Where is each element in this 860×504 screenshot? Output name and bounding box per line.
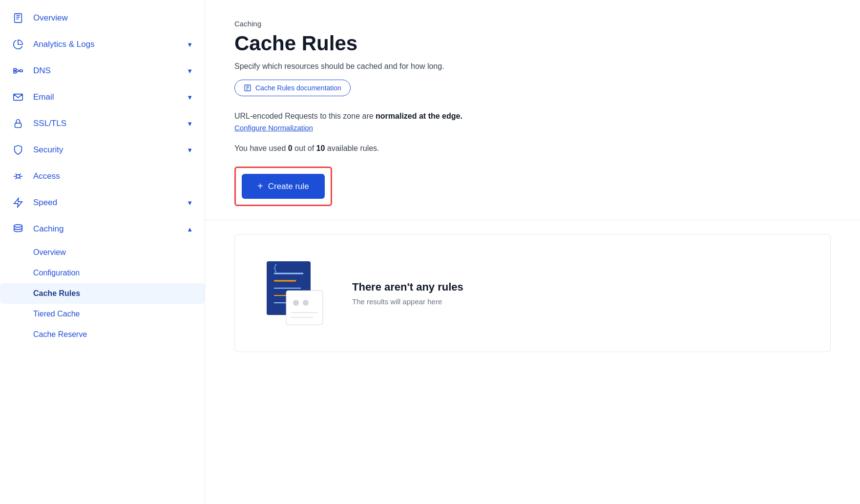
shield-icon: [12, 144, 24, 156]
chart-icon: [12, 38, 24, 51]
configure-normalization-link[interactable]: Configure Normalization: [234, 124, 313, 132]
sidebar-item-email-label: Email: [33, 92, 178, 102]
normalization-text-prefix: URL-encoded Requests to this zone are: [234, 112, 376, 120]
sidebar-item-security-label: Security: [33, 145, 178, 155]
sidebar-item-access-label: Access: [33, 171, 193, 181]
sidebar: Overview Analytics & Logs ▼ DNS ▼: [0, 0, 205, 504]
rules-count-used: 0: [288, 144, 293, 152]
sidebar-item-overview-label: Overview: [33, 13, 193, 23]
caching-icon: [12, 223, 24, 235]
sidebar-item-analytics-label: Analytics & Logs: [33, 40, 178, 49]
empty-state-title: There aren't any rules: [352, 281, 463, 294]
access-icon: [12, 170, 24, 183]
dns-icon: [12, 64, 24, 77]
create-rule-label: Create rule: [268, 182, 309, 191]
svg-line-8: [16, 71, 20, 72]
empty-state-panel: { } There aren't any rules The results w…: [234, 234, 831, 352]
rules-count-total: 10: [316, 144, 325, 152]
sidebar-item-security[interactable]: Security ▼: [0, 137, 205, 163]
chevron-down-icon: ▼: [187, 147, 193, 154]
sidebar-subitem-tiered-cache[interactable]: Tiered Cache: [0, 304, 205, 324]
svg-rect-5: [14, 71, 16, 73]
sidebar-subitem-caching-overview[interactable]: Overview: [0, 242, 205, 263]
chevron-down-icon: ▼: [187, 94, 193, 101]
svg-rect-0: [15, 14, 22, 22]
sidebar-item-access[interactable]: Access: [0, 163, 205, 189]
chevron-up-icon: ▲: [187, 226, 193, 233]
svg-text:{: {: [273, 263, 278, 273]
rules-count: You have used 0 out of 10 available rule…: [234, 144, 831, 153]
sidebar-subitem-caching-overview-label: Overview: [33, 248, 66, 257]
sidebar-subitem-cache-rules-label: Cache Rules: [33, 289, 80, 298]
doc-icon: [244, 84, 252, 92]
main-content: Caching Cache Rules Specify which resour…: [205, 0, 860, 504]
empty-state-text: There aren't any rules The results will …: [352, 281, 463, 306]
chevron-down-icon: ▼: [187, 199, 193, 207]
sidebar-item-dns[interactable]: DNS ▼: [0, 58, 205, 84]
chevron-down-icon: ▼: [187, 41, 193, 48]
sidebar-item-speed[interactable]: Speed ▼: [0, 189, 205, 216]
divider: [205, 220, 860, 220]
file-icon: [12, 12, 24, 24]
sidebar-subitem-cache-reserve-label: Cache Reserve: [33, 330, 87, 339]
normalization-text: URL-encoded Requests to this zone are no…: [234, 112, 831, 121]
sidebar-subitem-cache-rules[interactable]: Cache Rules: [0, 283, 205, 304]
svg-marker-14: [14, 198, 22, 207]
svg-point-30: [303, 300, 309, 306]
email-icon: [12, 91, 24, 104]
svg-rect-28: [286, 291, 323, 325]
sidebar-item-ssl-tls[interactable]: SSL/TLS ▼: [0, 110, 205, 137]
sidebar-item-ssl-label: SSL/TLS: [33, 119, 178, 128]
chevron-down-icon: ▼: [187, 120, 193, 127]
sidebar-item-email[interactable]: Email ▼: [0, 84, 205, 110]
sidebar-subitem-tiered-cache-label: Tiered Cache: [33, 310, 80, 318]
chevron-down-icon: ▼: [187, 67, 193, 75]
sidebar-subitem-configuration[interactable]: Configuration: [0, 263, 205, 283]
lock-icon: [12, 117, 24, 130]
sidebar-item-analytics-logs[interactable]: Analytics & Logs ▼: [0, 31, 205, 58]
sidebar-item-caching[interactable]: Caching ▲: [0, 216, 205, 242]
sidebar-item-dns-label: DNS: [33, 66, 178, 76]
sidebar-item-speed-label: Speed: [33, 198, 178, 208]
svg-rect-6: [20, 70, 22, 72]
speed-icon: [12, 196, 24, 209]
empty-illustration: { }: [254, 254, 333, 332]
plus-icon: +: [257, 181, 263, 192]
normalization-section: URL-encoded Requests to this zone are no…: [234, 112, 831, 132]
empty-state-description: The results will appear here: [352, 297, 463, 306]
rules-count-suffix: available rules.: [325, 144, 379, 152]
svg-rect-4: [14, 68, 16, 70]
svg-rect-12: [15, 123, 21, 127]
sidebar-item-overview[interactable]: Overview: [0, 5, 205, 31]
normalization-text-bold: normalized at the edge.: [376, 112, 462, 120]
doc-link-label: Cache Rules documentation: [255, 84, 341, 92]
page-title: Cache Rules: [234, 32, 831, 55]
sidebar-subitem-configuration-label: Configuration: [33, 269, 80, 277]
sidebar-item-caching-label: Caching: [33, 224, 178, 234]
sidebar-subitem-cache-reserve[interactable]: Cache Reserve: [0, 324, 205, 345]
doc-link-button[interactable]: Cache Rules documentation: [234, 80, 351, 96]
breadcrumb: Caching: [234, 20, 831, 28]
rules-count-separator: out of: [293, 144, 316, 152]
create-rule-button[interactable]: + Create rule: [242, 174, 325, 199]
create-rule-highlight: + Create rule: [234, 167, 332, 206]
svg-point-29: [293, 300, 299, 306]
svg-point-13: [16, 174, 20, 178]
svg-point-15: [14, 225, 22, 228]
rules-count-prefix: You have used: [234, 144, 288, 152]
page-description: Specify which resources should be cached…: [234, 62, 831, 71]
